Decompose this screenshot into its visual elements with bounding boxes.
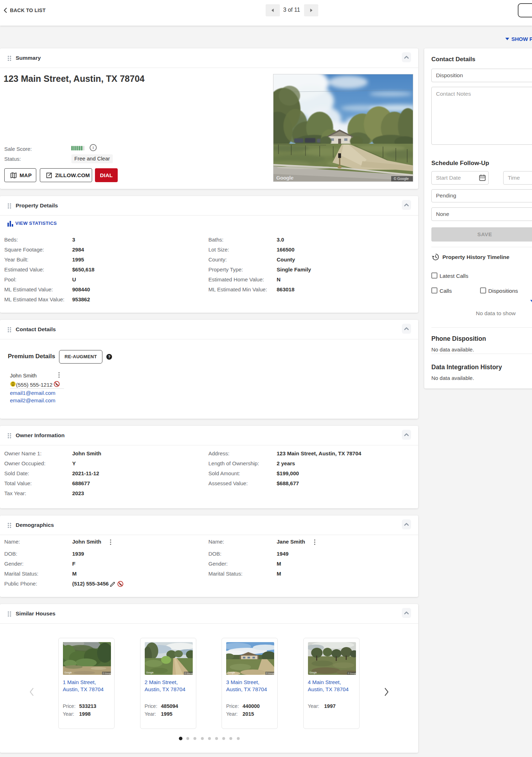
svg-text:Google: Google	[309, 671, 317, 674]
svg-text:Google: Google	[276, 175, 293, 181]
svg-text:© Google: © Google	[394, 177, 409, 181]
svg-text:Google: Google	[64, 671, 72, 674]
svg-text:© Google: © Google	[266, 672, 274, 674]
svg-text:© Google: © Google	[185, 672, 193, 674]
svg-text:Google: Google	[228, 671, 235, 674]
svg-text:© Google: © Google	[348, 672, 356, 674]
svg-text:Google: Google	[146, 671, 154, 674]
svg-text:© Google: © Google	[103, 672, 111, 674]
